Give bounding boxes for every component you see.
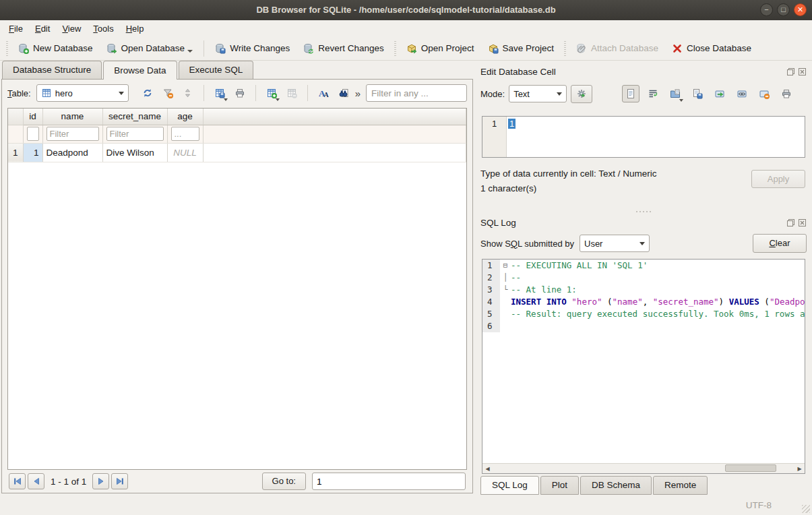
horizontal-scrollbar[interactable]: ◀ ▶ [482, 463, 805, 473]
record-range-label: 1 - 1 of 1 [46, 477, 90, 487]
bottom-tab-sql-log[interactable]: SQL Log [480, 476, 539, 495]
word-wrap-icon [648, 88, 658, 99]
toolbar-separator [255, 85, 256, 101]
insert-record-button[interactable] [263, 84, 280, 102]
set-null-button[interactable] [755, 85, 773, 102]
save-results-button[interactable] [211, 84, 228, 102]
column-header-id[interactable]: id [23, 109, 42, 125]
save-project-icon [488, 43, 499, 54]
clear-filters-button[interactable] [159, 84, 177, 102]
bottom-tab-bar: SQL LogPlotDB SchemaRemote [480, 474, 807, 495]
toolbar-grip [5, 41, 9, 56]
revert-changes-button[interactable]: Revert Changes [296, 40, 391, 57]
print-button[interactable] [231, 84, 249, 102]
tab-database-structure[interactable]: Database Structure [2, 61, 102, 79]
apply-button[interactable]: Apply [751, 170, 805, 188]
bottom-tab-remote[interactable]: Remote [653, 476, 708, 495]
resize-grip[interactable] [802, 505, 810, 513]
attach-database-button[interactable]: Attach Database [569, 40, 665, 57]
table-combobox[interactable]: hero [36, 84, 129, 102]
menu-file[interactable]: File [3, 22, 29, 35]
sql-log-filter-row: Show SQL submitted by User Clear [480, 232, 807, 255]
refresh-button[interactable] [139, 84, 156, 102]
close-dock-icon[interactable] [798, 67, 807, 76]
open-external-button[interactable] [711, 85, 728, 102]
find-button[interactable] [335, 84, 352, 102]
cell-id[interactable]: 1 [23, 143, 42, 162]
open-database-button[interactable]: Open Database [100, 40, 200, 57]
chevron-down-icon[interactable] [187, 50, 193, 53]
tab-browse-data[interactable]: Browse Data [103, 61, 177, 80]
clear-log-button[interactable]: Clear [753, 234, 807, 253]
float-dock-icon[interactable] [786, 67, 795, 76]
bottom-tab-plot[interactable]: Plot [540, 476, 579, 495]
clear-sort-button[interactable] [179, 84, 197, 102]
last-record-button[interactable] [111, 473, 128, 489]
save-results-icon [214, 88, 225, 98]
document-button[interactable] [622, 85, 639, 102]
previous-record-button[interactable] [28, 473, 44, 489]
minimize-icon[interactable]: − [760, 3, 773, 16]
mode-combobox[interactable]: Text [509, 85, 567, 102]
goto-button[interactable]: Go to: [262, 473, 306, 490]
maximize-icon[interactable]: □ [777, 3, 790, 16]
font-button[interactable]: AA [315, 84, 332, 102]
menu-help[interactable]: Help [120, 22, 150, 35]
scrollbar-track[interactable] [493, 464, 794, 473]
bottom-tab-db-schema[interactable]: DB Schema [580, 476, 652, 495]
menu-edit[interactable]: Edit [29, 22, 56, 35]
export-text-button[interactable] [689, 85, 706, 102]
gear-apply-button[interactable] [571, 85, 592, 103]
new-database-button[interactable]: New Database [11, 40, 100, 57]
column-header-secret_name[interactable]: secret_name [102, 109, 167, 125]
toolbar-overflow-chevron[interactable]: » [355, 88, 361, 99]
scrollbar-thumb[interactable] [725, 464, 776, 472]
goto-input[interactable] [312, 473, 466, 490]
write-changes-button[interactable]: Write Changes [208, 40, 296, 57]
cell-age[interactable]: NULL [167, 143, 203, 162]
delete-record-icon [286, 88, 297, 98]
data-grid: idnamesecret_nameage11DeadpondDive Wilso… [7, 108, 467, 470]
toolbar-separator [307, 85, 308, 101]
column-filter-input-id[interactable] [27, 127, 39, 141]
save-project-button[interactable]: Save Project [481, 40, 561, 57]
menu-tools[interactable]: Tools [87, 22, 119, 35]
column-header-age[interactable]: age [167, 109, 203, 125]
cell-print-button[interactable] [778, 85, 795, 102]
scroll-right-icon[interactable]: ▶ [794, 464, 805, 473]
cell-name[interactable]: Deadpond [42, 143, 102, 162]
column-filter-input-secret_name[interactable] [106, 127, 164, 141]
scroll-left-icon[interactable]: ◀ [482, 464, 493, 473]
menu-view[interactable]: View [56, 22, 87, 35]
close-dock-icon[interactable] [798, 218, 807, 227]
main-toolbar: New DatabaseOpen DatabaseWrite ChangesRe… [0, 36, 812, 61]
close-icon[interactable]: ✕ [794, 3, 807, 16]
close-database-button[interactable]: Close Database [665, 40, 758, 57]
first-record-button[interactable] [9, 473, 26, 489]
find-icon [338, 88, 349, 98]
column-header-name[interactable]: name [42, 109, 102, 125]
filter-any-input[interactable] [366, 84, 467, 102]
grid-header-row: idnamesecret_nameage [8, 109, 466, 125]
column-filter-input-name[interactable] [46, 127, 99, 141]
import-text-button[interactable] [666, 85, 684, 102]
next-record-button[interactable] [92, 473, 109, 489]
left-panel: Database StructureBrowse DataExecute SQL… [0, 61, 476, 495]
cell-secret_name[interactable]: Dive Wilson [102, 143, 167, 162]
link-button[interactable] [733, 85, 751, 102]
sql-log-dock-header: SQL Log [480, 216, 807, 229]
tab-execute-sql[interactable]: Execute SQL [179, 61, 254, 79]
delete-record-button[interactable] [283, 84, 301, 102]
row-header[interactable]: 1 [8, 143, 23, 162]
cell-editor-content[interactable]: 1 [507, 117, 805, 157]
column-filter-input-age[interactable] [171, 127, 199, 141]
encoding-label: UTF-8 [746, 500, 772, 510]
fold-marker[interactable]: ⊟ [500, 260, 511, 272]
fold-marker [500, 320, 511, 332]
open-project-button[interactable]: Open Project [400, 40, 481, 57]
word-wrap-button[interactable] [644, 85, 662, 102]
dock-splitter[interactable] [480, 209, 807, 214]
cell-editor[interactable]: 1 1 [482, 116, 805, 158]
submitted-by-combobox[interactable]: User [580, 235, 650, 252]
float-dock-icon[interactable] [786, 218, 795, 227]
